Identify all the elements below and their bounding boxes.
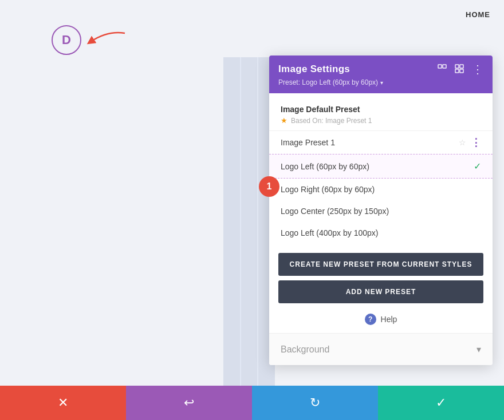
preset-item-1[interactable]: Image Preset 1 ☆ ⋮ [269, 131, 493, 154]
panel-title: Image Settings [278, 64, 350, 75]
create-preset-button[interactable]: CREATE NEW PRESET FROM CURRENT STYLES [278, 253, 483, 276]
undo-button[interactable]: ↩ [126, 386, 252, 420]
preset-label-logo-center: Logo Center (250px by 150px) [281, 207, 389, 216]
panel-subtitle-arrow: ▾ [380, 80, 383, 86]
default-preset-item[interactable]: Image Default Preset ★ Based On: Image P… [269, 98, 493, 131]
panel-header-top: Image Settings ⋮ [278, 64, 483, 75]
preset-item-logo-left[interactable]: Logo Left (60px by 60px) ✓ [269, 154, 493, 179]
grid-icon[interactable] [455, 64, 464, 75]
svg-rect-4 [455, 69, 459, 73]
preset-dropdown: Image Default Preset ★ Based On: Image P… [269, 93, 493, 246]
preset-label-1: Image Preset 1 [281, 138, 335, 147]
panel-header-icons: ⋮ [438, 64, 483, 75]
divi-letter: D [62, 33, 71, 47]
background-arrow-icon: ▾ [477, 344, 481, 355]
cancel-icon: ✕ [58, 395, 68, 410]
bottom-toolbar: ✕ ↩ ↻ ✓ [0, 386, 504, 420]
builder-area [223, 57, 275, 386]
builder-strip-1 [223, 57, 240, 386]
preset-1-dots-icon[interactable]: ⋮ [471, 137, 481, 148]
divi-logo[interactable]: D [52, 25, 81, 55]
preset-label-logo-left-400: Logo Left (400px by 100px) [281, 228, 378, 237]
builder-strip-2 [241, 57, 258, 386]
preset-item-logo-left-actions: ✓ [474, 161, 481, 172]
default-preset-star-icon: ★ [281, 116, 288, 125]
help-row[interactable]: ? Help [269, 308, 493, 333]
background-row[interactable]: Background ▾ [269, 333, 493, 365]
default-preset-based-on: ★ Based On: Image Preset 1 [281, 116, 481, 125]
confirm-icon: ✓ [436, 395, 446, 410]
svg-rect-0 [438, 65, 442, 68]
selected-check-icon: ✓ [474, 161, 481, 172]
redo-icon: ↻ [310, 395, 320, 410]
default-preset-based-text: Based On: Image Preset 1 [291, 117, 372, 125]
step-badge: 1 [259, 176, 279, 197]
svg-rect-3 [460, 65, 463, 68]
preset-item-logo-left-400[interactable]: Logo Left (400px by 100px) [269, 222, 493, 244]
help-icon: ? [365, 314, 376, 325]
more-options-icon[interactable]: ⋮ [472, 64, 483, 75]
confirm-button[interactable]: ✓ [378, 386, 504, 420]
top-nav: HOME [452, 0, 504, 29]
preset-item-logo-center[interactable]: Logo Center (250px by 150px) [269, 200, 493, 222]
preset-label-logo-right: Logo Right (60px by 60px) [281, 185, 375, 194]
undo-icon: ↩ [184, 395, 194, 410]
panel-subtitle-text: Preset: Logo Left (60px by 60px) [278, 78, 378, 86]
panel-header: Image Settings ⋮ [269, 56, 493, 93]
svg-rect-2 [455, 65, 459, 68]
image-settings-panel: Image Settings ⋮ [269, 56, 493, 365]
resize-icon[interactable] [438, 64, 447, 75]
panel-subtitle[interactable]: Preset: Logo Left (60px by 60px) ▾ [278, 78, 483, 86]
preset-item-1-actions: ☆ ⋮ [459, 137, 481, 148]
arrow-annotation [85, 27, 131, 53]
svg-rect-5 [460, 69, 463, 73]
cancel-button[interactable]: ✕ [0, 386, 126, 420]
help-label: Help [381, 315, 397, 324]
home-nav-label[interactable]: HOME [466, 10, 490, 19]
svg-rect-1 [443, 65, 446, 68]
preset-label-logo-left: Logo Left (60px by 60px) [281, 162, 369, 171]
redo-button[interactable]: ↻ [252, 386, 378, 420]
preset-1-star-icon[interactable]: ☆ [459, 138, 466, 147]
background-label: Background [281, 344, 329, 355]
add-preset-button[interactable]: ADD NEW PRESET [278, 280, 483, 303]
preset-buttons: CREATE NEW PRESET FROM CURRENT STYLES AD… [269, 246, 493, 308]
preset-item-logo-right[interactable]: Logo Right (60px by 60px) [269, 179, 493, 200]
default-preset-name: Image Default Preset [281, 105, 481, 114]
